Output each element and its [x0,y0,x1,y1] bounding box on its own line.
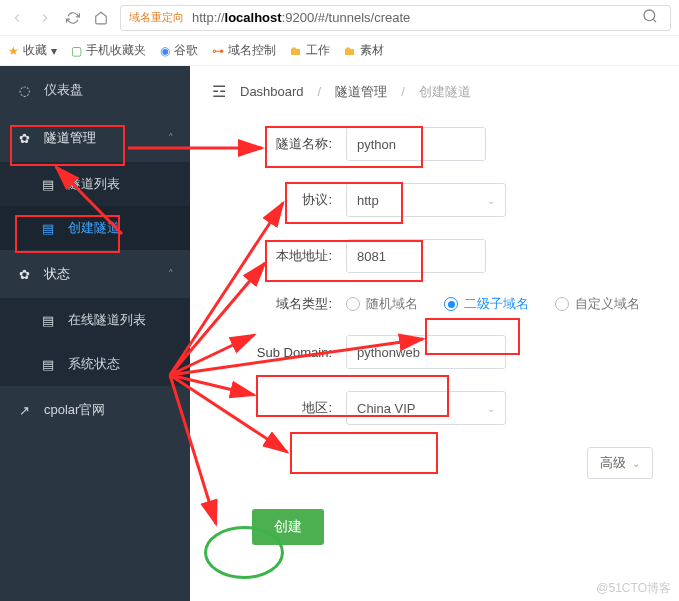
region-label: 地区: [242,399,332,417]
folder-icon: 🖿 [290,44,302,58]
advanced-button[interactable]: 高级⌄ [587,447,653,479]
subdomain-input[interactable] [346,335,506,369]
sidebar: ◌ 仪表盘 ✿ 隧道管理 ˄ ▤ 隧道列表 ▤ 创建隧道 ✿ 状态 ˄ ▤ 在线… [0,66,190,601]
home-button[interactable] [92,9,110,27]
sidebar-item-label: 隧道管理 [44,129,96,147]
list-icon: ▤ [40,221,56,236]
search-icon[interactable] [642,8,662,27]
url-text: http://localhost:9200/#/tunnels/create [192,10,634,25]
bookmark-asset[interactable]: 🖿素材 [344,42,384,59]
bookmark-mobile[interactable]: ▢手机收藏夹 [71,42,146,59]
subdomain-label: Sub Domain: [242,345,332,360]
sidebar-item-label: 状态 [44,265,70,283]
forward-button[interactable] [36,9,54,27]
sidebar-item-tunnel-list[interactable]: ▤ 隧道列表 [0,162,190,206]
sidebar-item-dashboard[interactable]: ◌ 仪表盘 [0,66,190,114]
breadcrumb-dashboard[interactable]: Dashboard [240,84,304,99]
chevron-down-icon: ⌄ [487,195,495,206]
sidebar-item-status[interactable]: ✿ 状态 ˄ [0,250,190,298]
chevron-up-icon: ˄ [168,268,174,281]
watermark: @51CTO博客 [596,580,671,597]
tunnel-name-label: 隧道名称: [242,135,332,153]
gauge-icon: ◌ [16,83,32,98]
bookmark-work[interactable]: 🖿工作 [290,42,330,59]
mobile-icon: ▢ [71,44,82,58]
sidebar-item-system-status[interactable]: ▤ 系统状态 [0,342,190,386]
chevron-down-icon: ⌄ [487,403,495,414]
protocol-select[interactable]: http ⌄ [346,183,506,217]
breadcrumb-tunnel-mgmt[interactable]: 隧道管理 [335,83,387,101]
sidebar-item-label: 隧道列表 [68,175,120,193]
sidebar-item-tunnel-create[interactable]: ▤ 创建隧道 [0,206,190,250]
external-link-icon: ↗ [16,403,32,418]
back-button[interactable] [8,9,26,27]
gear-icon: ✿ [16,267,32,282]
tunnel-name-input[interactable] [346,127,486,161]
star-icon: ★ [8,44,19,58]
radio-random-domain[interactable]: 随机域名 [346,295,418,313]
sidebar-item-label: 创建隧道 [68,219,120,237]
list-icon: ▤ [40,357,56,372]
sidebar-item-cpolar-site[interactable]: ↗ cpolar官网 [0,386,190,434]
menu-icon[interactable]: ☲ [212,82,226,101]
sidebar-item-label: 仪表盘 [44,81,83,99]
bookmark-google[interactable]: ◉谷歌 [160,42,198,59]
reload-button[interactable] [64,9,82,27]
sidebar-item-label: 系统状态 [68,355,120,373]
url-bar[interactable]: 域名重定向 http://localhost:9200/#/tunnels/cr… [120,5,671,31]
domain-type-label: 域名类型: [242,295,332,313]
svg-line-1 [653,19,656,22]
main-content: ☲ Dashboard / 隧道管理 / 创建隧道 隧道名称: 协议: http… [190,66,679,601]
protocol-label: 协议: [242,191,332,209]
link-icon: ⊶ [212,44,224,58]
local-addr-input[interactable] [346,239,486,273]
sidebar-item-label: cpolar官网 [44,401,105,419]
sidebar-item-online-tunnel-list[interactable]: ▤ 在线隧道列表 [0,298,190,342]
breadcrumb: ☲ Dashboard / 隧道管理 / 创建隧道 [212,82,657,101]
gear-icon: ✿ [16,131,32,146]
folder-icon: 🖿 [344,44,356,58]
url-tag: 域名重定向 [129,10,184,25]
sidebar-item-tunnel-mgmt[interactable]: ✿ 隧道管理 ˄ [0,114,190,162]
bookmark-domain-ctrl[interactable]: ⊶域名控制 [212,42,276,59]
chevron-up-icon: ˄ [168,132,174,145]
list-icon: ▤ [40,313,56,328]
create-button[interactable]: 创建 [252,509,324,545]
breadcrumb-create: 创建隧道 [419,83,471,101]
region-select[interactable]: China VIP ⌄ [346,391,506,425]
local-addr-label: 本地地址: [242,247,332,265]
svg-point-0 [644,10,655,21]
chevron-down-icon: ⌄ [632,458,640,469]
list-icon: ▤ [40,177,56,192]
google-icon: ◉ [160,44,170,58]
bookmark-favorites[interactable]: ★收藏 ▾ [8,42,57,59]
radio-subdomain[interactable]: 二级子域名 [444,295,529,313]
sidebar-item-label: 在线隧道列表 [68,311,146,329]
radio-custom-domain[interactable]: 自定义域名 [555,295,640,313]
